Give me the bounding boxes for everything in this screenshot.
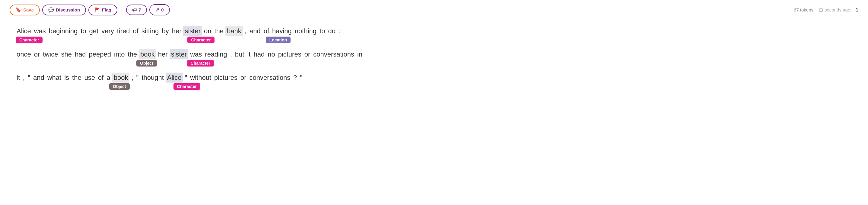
discussion-icon: 💬 (48, 7, 54, 13)
word-bank[interactable]: bank (225, 26, 243, 36)
word-pictures-1: pictures (277, 49, 303, 59)
token-count: 67 tokens (794, 7, 813, 12)
annotation-row-2: Object Character (15, 60, 853, 70)
word-rdquo: " (299, 73, 304, 82)
word-ldquo-3: " (183, 73, 189, 82)
line-group-1: Alice was beginning to get very tired of… (15, 26, 853, 47)
tag-sister2-character[interactable]: Character (187, 60, 214, 67)
word-once: once (15, 49, 33, 59)
tag-count-button[interactable]: 🏷 7 (126, 4, 147, 15)
word-alice[interactable]: Alice (15, 26, 33, 36)
word-pictures-2: pictures (213, 73, 239, 82)
word-she: she (59, 49, 73, 59)
save-button[interactable]: 🔖 Save (10, 4, 40, 16)
passage-area: Alice was beginning to get very tired of… (0, 20, 868, 102)
save-label: Save (23, 7, 34, 12)
word-book-2[interactable]: book (112, 73, 130, 82)
tag-alice2-character[interactable]: Character (174, 83, 200, 90)
toolbar-left: 🔖 Save 💬 Discussion 🚩 Flag 🏷 7 ↗ 0 (10, 4, 792, 16)
discussion-label: Discussion (56, 7, 80, 12)
tag-bank-location[interactable]: Location (266, 36, 290, 43)
word-had-1: had (73, 49, 88, 59)
version-number: 1 (856, 7, 858, 13)
word-thought: thought (140, 73, 165, 82)
word-or-3: or (239, 73, 248, 82)
word-sister-1[interactable]: sister (183, 26, 202, 36)
word-in: in (356, 49, 364, 59)
word-into: into (113, 49, 126, 59)
word-the-2: the (126, 49, 139, 59)
save-icon: 🔖 (16, 7, 22, 13)
word-of-1: of (131, 26, 140, 36)
word-comma-1: , (243, 26, 248, 36)
annotation-row-3: Object Character (15, 83, 853, 94)
word-had-2: had (252, 49, 266, 59)
word-it-2: it (15, 73, 22, 82)
time-label: seconds ago (825, 7, 850, 12)
word-nothing: nothing (293, 26, 318, 36)
share-button[interactable]: ↗ 0 (149, 4, 169, 16)
tag-book1-object[interactable]: Object (136, 60, 157, 67)
word-or-1: or (33, 49, 42, 59)
word-comma-4: , (130, 73, 134, 82)
word-or-2: or (303, 49, 312, 59)
word-sitting: sitting (140, 26, 160, 36)
flag-button[interactable]: 🚩 Flag (88, 4, 117, 16)
word-question: ? (292, 73, 299, 82)
word-was: was (189, 49, 203, 59)
word-to-2: to (318, 26, 327, 36)
time-info: seconds ago (819, 7, 850, 12)
word-book-1[interactable]: book (139, 49, 156, 59)
word-what: what (46, 73, 63, 82)
tag-count-label: 7 (138, 7, 141, 12)
tag-sister1-character[interactable]: Character (187, 36, 214, 43)
word-twice: twice (41, 49, 59, 59)
word-ldquo-1: " (26, 73, 32, 82)
word-by: by (160, 26, 170, 36)
word-of-3: of (97, 73, 105, 82)
word-sister-2[interactable]: sister (169, 49, 189, 59)
clock-icon (819, 8, 823, 12)
word-reading: reading (203, 49, 228, 59)
word-do: do (327, 26, 337, 36)
line-group-3: it , " and what is the use of a book , "… (15, 73, 853, 94)
word-on: on (203, 26, 213, 36)
word-get: get (88, 26, 100, 36)
word-ldquo-2: " (135, 73, 140, 82)
word-no: no (266, 49, 276, 59)
word-to-1: to (79, 26, 88, 36)
tag-alice-character[interactable]: Character (16, 36, 42, 43)
word-tired: tired (116, 26, 131, 36)
word-having: having (271, 26, 293, 36)
word-beginning: beginning (48, 26, 79, 36)
word-peeped: peeped (88, 49, 113, 59)
flag-label: Flag (102, 7, 111, 12)
word-a: a (105, 73, 112, 82)
word-conversations-2: conversations (248, 73, 292, 82)
word-and-1: and (248, 26, 262, 36)
text-line-2: once or twice she had peeped into the bo… (15, 49, 853, 59)
share-icon: ↗ (155, 7, 159, 13)
text-line-3: it , " and what is the use of a book , "… (15, 73, 853, 82)
word-and-2: and (32, 73, 46, 82)
word-comma-2: , (229, 49, 234, 59)
word-of-2: of (262, 26, 271, 36)
word-the-3: the (71, 73, 83, 82)
share-count-label: 0 (161, 7, 163, 12)
tag-book2-object[interactable]: Object (109, 83, 130, 90)
toolbar: 🔖 Save 💬 Discussion 🚩 Flag 🏷 7 ↗ 0 67 to… (0, 0, 868, 20)
word-comma-3: , (22, 73, 26, 82)
word-without: without (189, 73, 213, 82)
word-very: very (100, 26, 116, 36)
word-use: use (83, 73, 97, 82)
line-group-2: once or twice she had peeped into the bo… (15, 49, 853, 70)
flag-icon: 🚩 (94, 7, 100, 13)
word-it-1: it (246, 49, 252, 59)
annotation-row-1: Character Character Location (15, 36, 853, 47)
text-line-1: Alice was beginning to get very tired of… (15, 26, 853, 36)
discussion-button[interactable]: 💬 Discussion (42, 4, 86, 16)
word-colon: : (337, 26, 342, 36)
word-was: was (33, 26, 48, 36)
word-alice-2[interactable]: Alice (166, 73, 183, 82)
word-is: is (63, 73, 71, 82)
